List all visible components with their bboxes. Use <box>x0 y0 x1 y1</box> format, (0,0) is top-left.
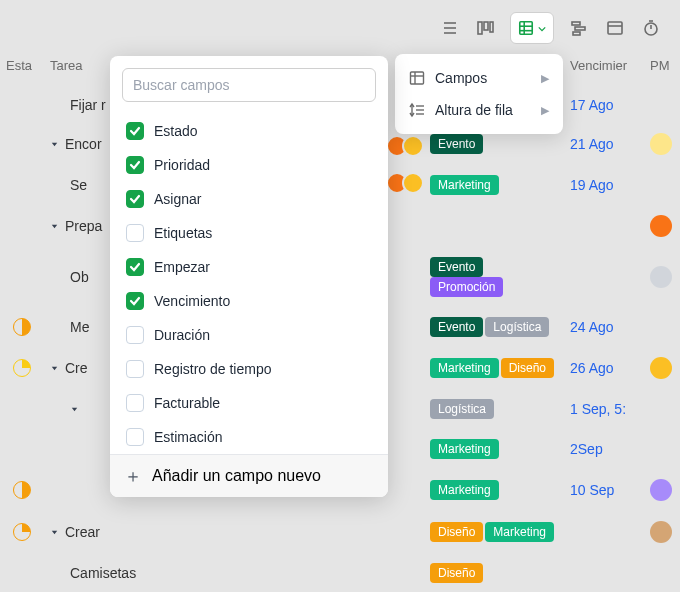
field-label: Estimación <box>154 429 222 445</box>
field-row[interactable]: Prioridad <box>122 148 376 182</box>
submenu-campos[interactable]: Campos ▶ <box>395 62 563 94</box>
tag[interactable]: Diseño <box>430 522 483 542</box>
field-row[interactable]: Registro de tiempo <box>122 352 376 386</box>
field-row[interactable]: Empezar <box>122 250 376 284</box>
tag[interactable]: Promoción <box>430 277 503 297</box>
tag[interactable]: Marketing <box>485 522 554 542</box>
svg-rect-13 <box>608 22 622 34</box>
field-checkbox[interactable] <box>126 292 144 310</box>
avatar-stack <box>392 172 424 194</box>
board-view-icon[interactable] <box>474 17 496 39</box>
field-row[interactable]: Estimación <box>122 420 376 454</box>
chevron-right-icon: ▶ <box>541 72 549 85</box>
avatar[interactable] <box>650 521 672 543</box>
avatar[interactable] <box>650 215 672 237</box>
table-row[interactable]: CrearDiseñoMarketing <box>0 511 680 553</box>
field-checkbox[interactable] <box>126 360 144 378</box>
field-row[interactable]: Duración <box>122 318 376 352</box>
field-checkbox[interactable] <box>126 258 144 276</box>
due-date[interactable]: 2Sep <box>570 441 603 457</box>
status-indicator[interactable] <box>13 481 31 499</box>
tag[interactable]: Marketing <box>430 175 499 195</box>
tag[interactable]: Marketing <box>430 439 499 459</box>
task-name[interactable]: Prepa <box>65 218 102 234</box>
expand-toggle[interactable] <box>50 136 59 152</box>
due-date[interactable]: 19 Ago <box>570 177 614 193</box>
tag[interactable]: Evento <box>430 257 483 277</box>
workload-view-icon[interactable] <box>604 17 626 39</box>
tag[interactable]: Logística <box>485 317 549 337</box>
task-name[interactable]: Cre <box>65 360 88 376</box>
tag[interactable]: Evento <box>430 134 483 154</box>
field-checkbox[interactable] <box>126 224 144 242</box>
col-date-header[interactable]: Vencimier <box>564 52 644 87</box>
submenu-altura[interactable]: Altura de fila ▶ <box>395 94 563 126</box>
field-label: Prioridad <box>154 157 210 173</box>
expand-toggle[interactable] <box>50 524 59 540</box>
tag[interactable]: Diseño <box>430 563 483 583</box>
due-date[interactable]: 10 Sep <box>570 482 614 498</box>
timeline-view-icon[interactable] <box>568 17 590 39</box>
field-label: Empezar <box>154 259 210 275</box>
field-row[interactable]: Etiquetas <box>122 216 376 250</box>
task-name[interactable]: Se <box>70 177 87 193</box>
fields-icon <box>409 70 425 86</box>
avatar[interactable] <box>650 357 672 379</box>
avatar[interactable] <box>650 133 672 155</box>
due-date[interactable]: 24 Ago <box>570 319 614 335</box>
timer-icon[interactable] <box>640 17 662 39</box>
task-name[interactable]: Encor <box>65 136 102 152</box>
expand-toggle[interactable] <box>50 360 59 376</box>
search-fields-input[interactable] <box>122 68 376 102</box>
due-date[interactable]: 21 Ago <box>570 136 614 152</box>
status-indicator[interactable] <box>13 318 31 336</box>
field-checkbox[interactable] <box>126 190 144 208</box>
view-toolbar <box>438 12 662 44</box>
field-row[interactable]: Asignar <box>122 182 376 216</box>
task-name[interactable]: Ob <box>70 269 89 285</box>
field-label: Asignar <box>154 191 201 207</box>
status-indicator[interactable] <box>13 359 31 377</box>
svg-rect-5 <box>490 22 493 32</box>
list-view-icon[interactable] <box>438 17 460 39</box>
svg-rect-12 <box>573 32 580 35</box>
table-row[interactable]: CamisetasDiseño <box>0 553 680 592</box>
task-name[interactable]: Crear <box>65 524 100 540</box>
field-checkbox[interactable] <box>126 326 144 344</box>
field-checkbox[interactable] <box>126 428 144 446</box>
field-label: Vencimiento <box>154 293 230 309</box>
task-name[interactable]: Fijar r <box>70 97 106 113</box>
submenu-altura-label: Altura de fila <box>435 102 531 118</box>
col-pm-header[interactable]: PM <box>644 52 680 87</box>
chevron-right-icon: ▶ <box>541 104 549 117</box>
tag[interactable]: Logística <box>430 399 494 419</box>
expand-toggle[interactable] <box>70 401 79 417</box>
tag[interactable]: Marketing <box>430 358 499 378</box>
due-date[interactable]: 17 Ago <box>570 97 614 113</box>
due-date[interactable]: 1 Sep, 5: <box>570 401 626 417</box>
field-row[interactable]: Vencimiento <box>122 284 376 318</box>
plus-icon: ＋ <box>124 467 142 485</box>
field-row[interactable]: Facturable <box>122 386 376 420</box>
tag[interactable]: Marketing <box>430 480 499 500</box>
svg-rect-3 <box>478 22 482 34</box>
add-field-button[interactable]: ＋ Añadir un campo nuevo <box>110 454 388 497</box>
field-checkbox[interactable] <box>126 394 144 412</box>
tag[interactable]: Evento <box>430 317 483 337</box>
due-date[interactable]: 26 Ago <box>570 360 614 376</box>
fields-popover: EstadoPrioridadAsignarEtiquetasEmpezarVe… <box>110 56 388 497</box>
status-indicator[interactable] <box>13 523 31 541</box>
task-name[interactable]: Camisetas <box>70 565 136 581</box>
field-row[interactable]: Estado <box>122 114 376 148</box>
table-view-icon[interactable] <box>510 12 554 44</box>
field-checkbox[interactable] <box>126 156 144 174</box>
col-status-header[interactable]: Esta <box>0 52 44 87</box>
avatar[interactable] <box>650 479 672 501</box>
task-name[interactable]: Me <box>70 319 89 335</box>
expand-toggle[interactable] <box>50 218 59 234</box>
avatar[interactable] <box>650 266 672 288</box>
svg-rect-18 <box>411 72 424 84</box>
field-checkbox[interactable] <box>126 122 144 140</box>
field-label: Estado <box>154 123 198 139</box>
tag[interactable]: Diseño <box>501 358 554 378</box>
